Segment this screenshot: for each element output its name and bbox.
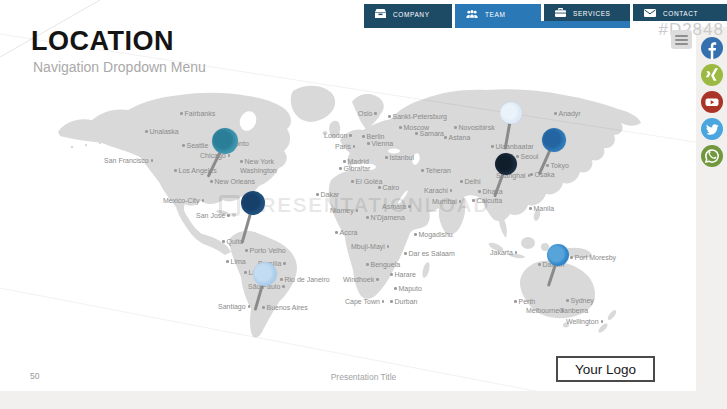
city-label: Gibraltar	[339, 165, 370, 172]
city-dot	[226, 260, 229, 263]
nav-dropdown-strip	[541, 21, 630, 28]
tab-services[interactable]: SERVICES	[544, 4, 630, 21]
map-pin	[495, 153, 517, 175]
tab-company[interactable]: COMPANY	[364, 4, 452, 28]
tab-label: TEAM	[485, 10, 505, 18]
city-label: New Orleans	[210, 178, 255, 185]
city-label: Istanbul	[385, 154, 414, 161]
city-label: Berlin	[362, 133, 384, 140]
city-dot	[444, 136, 447, 139]
logo-placeholder: Your Logo	[556, 356, 655, 382]
city-label: New York	[240, 158, 274, 165]
city-label: Wellington	[566, 318, 603, 325]
briefcase-icon	[555, 8, 566, 17]
city-label: Rio de Janeiro	[280, 276, 330, 283]
city-dot	[529, 207, 532, 210]
twitter-icon[interactable]	[701, 118, 723, 140]
city-dot	[222, 240, 225, 243]
city-dot	[351, 180, 354, 183]
map-pin	[500, 102, 522, 124]
city-dot	[454, 126, 457, 129]
city-dot	[404, 252, 407, 255]
city-dot	[408, 205, 411, 208]
city-label: Sydney	[566, 297, 594, 304]
tab-contact[interactable]: CONTACT	[633, 4, 727, 21]
city-label: Madrid	[343, 158, 369, 165]
city-label: Harare	[390, 271, 416, 278]
city-dot	[491, 145, 494, 148]
city-dot	[385, 156, 388, 159]
city-label: Ulaanbaatar	[491, 143, 534, 150]
city-label: Delhi	[460, 178, 480, 185]
city-dot	[353, 145, 356, 148]
city-dot	[421, 169, 424, 172]
city-dot	[472, 199, 475, 202]
city-dot	[478, 190, 481, 193]
page-title: LOCATION	[31, 26, 174, 57]
xing-icon[interactable]	[701, 64, 723, 86]
city-dot	[387, 245, 390, 248]
city-label: Mexico-City	[163, 197, 204, 204]
city-dot	[244, 271, 247, 274]
city-dot	[376, 278, 379, 281]
map-pin	[253, 262, 277, 286]
city-label: Seoul	[516, 153, 538, 160]
facebook-icon[interactable]	[701, 37, 723, 59]
tab-label: COMPANY	[393, 10, 430, 18]
city-dot	[390, 300, 393, 303]
city-dot	[546, 164, 549, 167]
bottom-rail	[0, 391, 727, 409]
city-label: Maputo	[394, 285, 422, 292]
city-dot	[374, 112, 377, 115]
city-dot	[530, 173, 533, 176]
city-label: Unalaska	[145, 128, 179, 135]
city-label: Paris	[335, 143, 355, 150]
city-dot	[174, 169, 177, 172]
whatsapp-icon[interactable]	[701, 145, 723, 167]
city-label: Perth	[514, 298, 535, 305]
city-label: Porto Velho	[245, 247, 286, 254]
city-dot	[378, 186, 381, 189]
city-dot	[366, 263, 369, 266]
city-label: Accra	[335, 229, 357, 236]
city-dot	[516, 155, 519, 158]
city-label: San Francisco	[104, 157, 153, 164]
city-label: Mogadishu	[414, 231, 453, 238]
city-dot	[228, 154, 231, 157]
city-dot	[339, 167, 342, 170]
city-dot	[151, 159, 154, 162]
youtube-icon[interactable]	[701, 91, 723, 113]
city-label: Seattle	[182, 142, 208, 149]
city-label: Buenos Aires	[262, 304, 308, 311]
team-icon	[466, 10, 478, 18]
city-dot	[538, 263, 541, 266]
city-dot	[394, 287, 397, 290]
city-dot	[227, 214, 230, 217]
map-pin	[547, 244, 569, 266]
map-pin	[542, 128, 566, 152]
city-label: Benguela	[366, 261, 400, 268]
city-dot	[390, 273, 393, 276]
city-dot	[460, 180, 463, 183]
city-dot	[283, 262, 286, 265]
city-dot	[349, 134, 352, 137]
city-dot	[601, 320, 604, 323]
city-label: Melbourne	[526, 307, 564, 314]
city-label: Sankt-Petersburg	[388, 113, 447, 120]
city-label: Windhoek	[343, 276, 379, 283]
city-dot	[515, 251, 518, 254]
hamburger-icon[interactable]	[671, 30, 692, 49]
city-label: Cairo	[378, 184, 399, 191]
archive-box-icon	[375, 9, 386, 18]
slide-canvas: PRESENTATIONLOAD LOCATION Navigation Dro…	[0, 0, 727, 409]
city-dot	[356, 209, 359, 212]
city-dot	[415, 132, 418, 135]
city-dot	[182, 144, 185, 147]
logo-label: Your Logo	[575, 362, 636, 377]
city-label: Vienna	[367, 140, 393, 147]
tab-team[interactable]: TEAM	[455, 4, 541, 28]
city-dot	[280, 278, 283, 281]
city-dot	[570, 256, 573, 259]
page-subtitle: Navigation Dropdown Menu	[33, 59, 206, 75]
city-label: Teheran	[421, 167, 451, 174]
